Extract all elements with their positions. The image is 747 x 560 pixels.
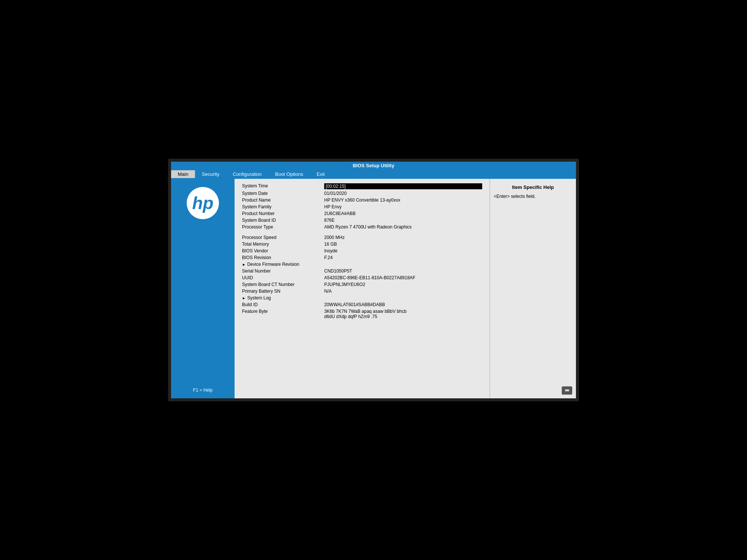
table-row: Feature Byte3K6b 7K7N 7WaB apaq asaw bBb… bbox=[242, 308, 482, 320]
table-row: System Board CT NumberPJUPNL3MYEU6O2 bbox=[242, 281, 482, 288]
field-value: F.24 bbox=[324, 255, 482, 260]
bios-container: BIOS Setup Utility Main Security Configu… bbox=[171, 162, 576, 398]
field-label: Primary Battery SN bbox=[242, 289, 324, 294]
arrow-icon: ► bbox=[242, 296, 246, 300]
field-value: 876E bbox=[324, 218, 482, 223]
table-row: Serial NumberCND1050P5T bbox=[242, 268, 482, 274]
help-panel: Item Specific Help <Enter> selects field… bbox=[490, 179, 576, 398]
sidebar: hp F1 = Help bbox=[171, 179, 235, 398]
f1-help-label: F1 = Help bbox=[193, 388, 213, 393]
table-row: BIOS RevisionF.24 bbox=[242, 254, 482, 261]
field-value: 16 GB bbox=[324, 242, 482, 247]
help-title: Item Specific Help bbox=[494, 184, 572, 190]
field-label: ► Device Firmware Revision bbox=[242, 262, 324, 267]
table-row: Total Memory16 GB bbox=[242, 241, 482, 248]
table-row: BIOS VendorInsyde bbox=[242, 248, 482, 254]
table-row: System FamilyHP Envy bbox=[242, 203, 482, 210]
bios-title: BIOS Setup Utility bbox=[353, 163, 394, 168]
field-label: System Date bbox=[242, 191, 324, 196]
field-value: HP ENVY x360 Convertible 13-ay0xxx bbox=[324, 197, 482, 203]
field-value: 2U6C8EA#ABB bbox=[324, 211, 482, 216]
main-panel: System Time[00:02:15]System Date01/01/20… bbox=[235, 179, 490, 398]
field-value: PJUPNL3MYEU6O2 bbox=[324, 282, 482, 287]
field-value: HP Envy bbox=[324, 204, 482, 209]
field-label: UUID bbox=[242, 275, 324, 280]
field-label: BIOS Vendor bbox=[242, 248, 324, 253]
field-label: Serial Number bbox=[242, 268, 324, 274]
menu-boot-options[interactable]: Boot Options bbox=[268, 170, 310, 178]
field-value: 2000 MHz bbox=[324, 235, 482, 240]
field-label: System Board CT Number bbox=[242, 282, 324, 287]
field-value: CND1050P5T bbox=[324, 268, 482, 274]
field-value: A54202BC-896E-EB11-810A-B0227A8918AF bbox=[324, 275, 482, 280]
field-value: 20WWALAT601#SABB#DABB bbox=[324, 302, 482, 307]
svg-text:hp: hp bbox=[192, 193, 213, 213]
table-row: Processor TypeAMD Ryzen 7 4700U with Rad… bbox=[242, 224, 482, 230]
field-label: ► System Log bbox=[242, 295, 324, 301]
table-row: Build ID20WWALAT601#SABB#DABB bbox=[242, 301, 482, 308]
field-label: System Time bbox=[242, 183, 324, 189]
table-row: Primary Battery SNN/A bbox=[242, 288, 482, 295]
content-area: hp F1 = Help System Time[00:02:15]System… bbox=[171, 179, 576, 398]
help-text: <Enter> selects field. bbox=[494, 194, 572, 199]
field-label: Product Name bbox=[242, 197, 324, 203]
table-row: ► Device Firmware Revision bbox=[242, 261, 482, 268]
field-label: Feature Byte bbox=[242, 309, 324, 314]
field-value[interactable]: [00:02:15] bbox=[324, 183, 482, 189]
field-label: BIOS Revision bbox=[242, 255, 324, 260]
field-label: Build ID bbox=[242, 302, 324, 307]
field-label: Processor Type bbox=[242, 224, 324, 230]
field-value: N/A bbox=[324, 289, 482, 294]
keyboard-icon: ⌨️ bbox=[562, 386, 572, 395]
title-bar: BIOS Setup Utility bbox=[171, 162, 576, 169]
field-value: AMD Ryzen 7 4700U with Radeon Graphics bbox=[324, 224, 482, 230]
table-row: System Time[00:02:15] bbox=[242, 183, 482, 190]
field-label: Total Memory bbox=[242, 242, 324, 247]
table-row: UUIDA54202BC-896E-EB11-810A-B0227A8918AF bbox=[242, 274, 482, 281]
menu-main[interactable]: Main bbox=[171, 170, 195, 178]
menu-bar: Main Security Configuration Boot Options… bbox=[171, 169, 576, 179]
table-row: ► System Log bbox=[242, 295, 482, 301]
menu-configuration[interactable]: Configuration bbox=[226, 170, 268, 178]
spacer-row bbox=[242, 230, 482, 234]
field-label: System Family bbox=[242, 204, 324, 209]
field-label: System Board ID bbox=[242, 218, 324, 223]
field-value: Insyde bbox=[324, 248, 482, 253]
monitor: BIOS Setup Utility Main Security Configu… bbox=[168, 159, 579, 401]
table-row: Product Number2U6C8EA#ABB bbox=[242, 210, 482, 217]
field-value: 3K6b 7K7N 7WaB apaq asaw bBbV bhcbd6dU d… bbox=[324, 309, 482, 319]
menu-exit[interactable]: Exit bbox=[310, 170, 332, 178]
table-row: System Date01/01/2020 bbox=[242, 190, 482, 197]
table-row: System Board ID876E bbox=[242, 217, 482, 224]
table-row: Product NameHP ENVY x360 Convertible 13-… bbox=[242, 197, 482, 203]
hp-logo: hp bbox=[186, 186, 220, 220]
field-label: Product Number bbox=[242, 211, 324, 216]
info-table: System Time[00:02:15]System Date01/01/20… bbox=[242, 183, 482, 320]
table-row: Processor Speed2000 MHz bbox=[242, 234, 482, 241]
field-value: 01/01/2020 bbox=[324, 191, 482, 196]
arrow-icon: ► bbox=[242, 262, 246, 267]
field-label: Processor Speed bbox=[242, 235, 324, 240]
menu-security[interactable]: Security bbox=[195, 170, 226, 178]
